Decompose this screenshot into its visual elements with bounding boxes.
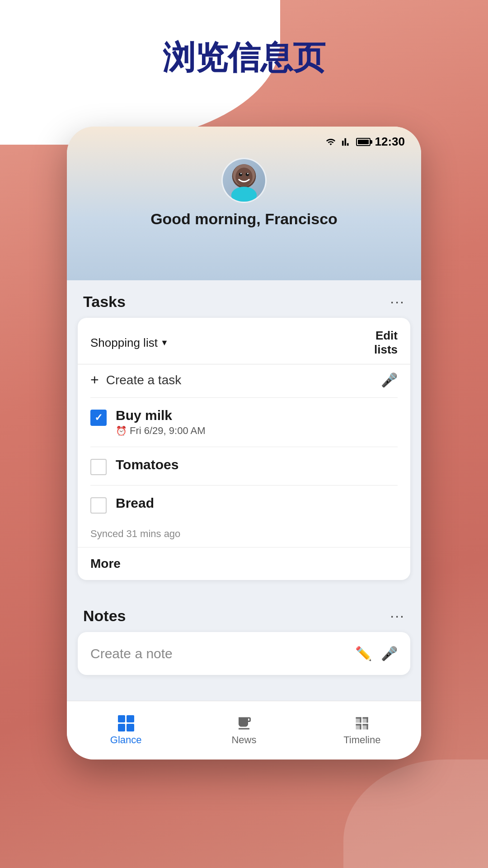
bottom-nav: Glance News Timeline [67, 701, 421, 760]
sync-info: Synced 31 mins ago [78, 524, 410, 547]
svg-point-3 [231, 187, 257, 203]
task-content-3: Bread [116, 495, 398, 511]
bg-blob-bottom [343, 760, 488, 868]
glance-icon [118, 715, 134, 731]
nav-item-news[interactable]: News [185, 715, 303, 746]
task-content-2: Tomatoes [116, 457, 398, 472]
notes-section: Notes ··· Create a note ✏️ 🎤 [67, 594, 421, 675]
task-title-1: Buy milk [116, 408, 398, 423]
phone-frame: 12:30 [67, 127, 421, 760]
dropdown-arrow-icon: ▼ [160, 338, 169, 348]
nav-item-glance[interactable]: Glance [67, 715, 185, 746]
task-card: Shopping list ▼ Editlists + Create a tas… [78, 318, 410, 580]
mic-icon[interactable]: 🎤 [381, 372, 398, 388]
task-due-text-1: Fri 6/29, 9:00 AM [130, 425, 206, 437]
tasks-section-header: Tasks ··· [67, 280, 421, 318]
svg-point-6 [240, 173, 242, 175]
plus-icon: + [90, 372, 99, 388]
glance-sq-3 [118, 724, 126, 731]
notes-card: Create a note ✏️ 🎤 [78, 632, 410, 675]
task-checkbox-1[interactable]: ✓ [90, 410, 107, 426]
svg-point-2 [235, 168, 253, 186]
nav-item-timeline[interactable]: Timeline [303, 715, 421, 746]
glance-sq-2 [127, 715, 134, 723]
svg-rect-12 [367, 717, 368, 722]
nav-label-glance: Glance [110, 734, 142, 746]
status-time: 12:30 [375, 135, 405, 149]
status-icons: 12:30 [324, 135, 405, 149]
timeline-icon [354, 715, 370, 731]
task-item[interactable]: ✓ Buy milk ⏰ Fri 6/29, 9:00 AM [78, 398, 410, 447]
pencil-icon[interactable]: ✏️ [355, 646, 372, 661]
glance-sq-4 [127, 724, 134, 731]
notes-title: Notes [83, 607, 126, 625]
create-task-label: Create a task [106, 373, 374, 387]
avatar-section: Good morning, Francisco [150, 158, 338, 228]
nav-label-news: News [231, 734, 256, 746]
status-bar: 12:30 [67, 127, 421, 149]
list-selector[interactable]: Shopping list ▼ [90, 336, 169, 350]
wifi-icon [324, 137, 337, 147]
edit-lists-button[interactable]: Editlists [374, 329, 398, 357]
svg-point-7 [247, 173, 249, 175]
task-checkbox-3[interactable] [90, 497, 107, 514]
avatar[interactable] [221, 158, 267, 203]
task-item-2[interactable]: Tomatoes [78, 447, 410, 485]
greeting-text: Good morning, Francisco [150, 210, 338, 228]
checkmark-icon: ✓ [94, 412, 103, 424]
svg-rect-14 [367, 724, 368, 729]
create-task-row[interactable]: + Create a task 🎤 [78, 364, 410, 397]
note-mic-icon[interactable]: 🎤 [381, 646, 398, 661]
battery-icon [356, 138, 371, 146]
phone-scroll: Tasks ··· Shopping list ▼ Editlists + Cr… [67, 280, 421, 701]
list-name: Shopping list [90, 336, 158, 350]
signal-icon [342, 137, 352, 147]
alarm-icon: ⏰ [116, 425, 127, 436]
glance-sq-1 [118, 715, 126, 723]
task-due-1: ⏰ Fri 6/29, 9:00 AM [116, 425, 398, 437]
task-content-1: Buy milk ⏰ Fri 6/29, 9:00 AM [116, 408, 398, 437]
create-note-row[interactable]: Create a note ✏️ 🎤 [78, 632, 410, 675]
nav-label-timeline: Timeline [343, 734, 380, 746]
svg-rect-13 [360, 717, 361, 722]
task-item-3[interactable]: Bread [78, 486, 410, 524]
more-row[interactable]: More [78, 547, 410, 580]
tasks-section: Tasks ··· Shopping list ▼ Editlists + Cr… [67, 280, 421, 580]
page-title: 浏览信息页 [0, 36, 488, 80]
battery-fill [358, 140, 369, 144]
task-title-2: Tomatoes [116, 457, 398, 472]
news-icon [236, 715, 252, 731]
notes-section-header: Notes ··· [67, 594, 421, 632]
task-checkbox-2[interactable] [90, 459, 107, 475]
tasks-title: Tasks [83, 293, 126, 311]
notes-more-button[interactable]: ··· [390, 608, 405, 624]
create-note-text: Create a note [90, 646, 348, 661]
task-title-3: Bread [116, 495, 398, 511]
svg-rect-15 [360, 724, 361, 729]
task-card-header: Shopping list ▼ Editlists [78, 318, 410, 364]
tasks-more-button[interactable]: ··· [390, 293, 405, 310]
phone-header-bg: 12:30 [67, 127, 421, 280]
note-icons: ✏️ 🎤 [355, 646, 398, 661]
